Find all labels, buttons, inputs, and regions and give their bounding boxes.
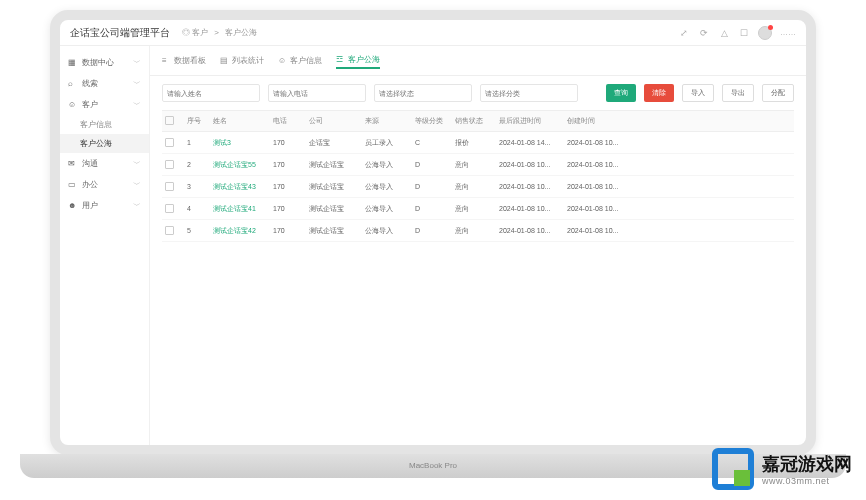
row-checkbox[interactable] <box>165 160 174 169</box>
search-button[interactable]: 查询 <box>606 84 636 102</box>
cell-name[interactable]: 测试企话宝55 <box>210 160 270 170</box>
sidebar-item-leads[interactable]: ⌕ 线索 ﹀ <box>60 73 149 94</box>
col-company: 公司 <box>306 116 362 126</box>
col-status: 销售状态 <box>452 116 496 126</box>
cell-name[interactable]: 测试企话宝41 <box>210 204 270 214</box>
select-all-checkbox[interactable] <box>165 116 174 125</box>
watermark-logo-icon <box>712 448 754 490</box>
cell-company: 测试企话宝 <box>306 160 362 170</box>
list-icon: ≡ <box>162 56 171 65</box>
cell-name[interactable]: 测试企话宝42 <box>210 226 270 236</box>
col-follow: 最后跟进时间 <box>496 116 564 126</box>
cell-phone: 170 <box>270 183 306 190</box>
notification-icon[interactable]: ☐ <box>738 27 750 39</box>
username[interactable]: …… <box>780 28 796 37</box>
tab-label: 数据看板 <box>174 55 206 66</box>
table-header: 序号 姓名 电话 公司 来源 等级分类 销售状态 最后跟进时间 创建时间 <box>162 110 794 132</box>
cell-status: 意向 <box>452 226 496 236</box>
tab-label: 客户信息 <box>290 55 322 66</box>
sidebar-label: 办公 <box>82 179 133 190</box>
chart-icon: ▤ <box>220 56 229 65</box>
cell-phone: 170 <box>270 205 306 212</box>
cell-create: 2024-01-08 10... <box>564 227 622 234</box>
cell-index: 1 <box>184 139 210 146</box>
category-select[interactable] <box>480 84 578 102</box>
tab-customer-info[interactable]: ☺客户信息 <box>278 52 322 69</box>
filter-bar: 查询 清除 导入 导出 分配 <box>150 76 806 110</box>
col-create: 创建时间 <box>564 116 622 126</box>
sidebar-label: 用户 <box>82 200 133 211</box>
table-row[interactable]: 2测试企话宝55170测试企话宝公海导入D意向2024-01-08 10...2… <box>162 154 794 176</box>
cell-status: 意向 <box>452 182 496 192</box>
row-checkbox[interactable] <box>165 182 174 191</box>
cell-index: 5 <box>184 227 210 234</box>
fullscreen-icon[interactable]: ⤢ <box>678 27 690 39</box>
logo-text: 企话宝公司端管理平台 <box>70 26 170 40</box>
cell-company: 企话宝 <box>306 138 362 148</box>
cell-follow: 2024-01-08 10... <box>496 205 564 212</box>
pool-icon: ☲ <box>336 55 345 64</box>
chevron-down-icon: ﹀ <box>133 57 141 68</box>
sidebar-label: 数据中心 <box>82 57 133 68</box>
assign-button[interactable]: 分配 <box>762 84 794 102</box>
sidebar-label: 线索 <box>82 78 133 89</box>
table-row[interactable]: 5测试企话宝42170测试企话宝公海导入D意向2024-01-08 10...2… <box>162 220 794 242</box>
name-input[interactable] <box>162 84 260 102</box>
chevron-down-icon: ﹀ <box>133 179 141 190</box>
sidebar-item-users[interactable]: ☻ 用户 ﹀ <box>60 195 149 216</box>
sidebar: ▦ 数据中心 ﹀ ⌕ 线索 ﹀ ☺ 客户 ﹀ 客户信息 客户公海 ✉ <box>60 46 150 445</box>
sidebar-sub-customer-info[interactable]: 客户信息 <box>60 115 149 134</box>
table-row[interactable]: 1测试3170企话宝员工录入C报价2024-01-08 14...2024-01… <box>162 132 794 154</box>
cell-level: D <box>412 161 452 168</box>
cell-name[interactable]: 测试企话宝43 <box>210 182 270 192</box>
breadcrumb-home[interactable]: ◎ 客户 <box>182 27 208 38</box>
watermark: 嘉冠游戏网 www.03mm.net <box>698 438 866 500</box>
user-avatar[interactable] <box>758 26 772 40</box>
lock-icon[interactable]: △ <box>718 27 730 39</box>
cell-create: 2024-01-08 10... <box>564 139 622 146</box>
cell-create: 2024-01-08 10... <box>564 183 622 190</box>
search-icon: ⌕ <box>68 79 78 89</box>
row-checkbox[interactable] <box>165 138 174 147</box>
export-button[interactable]: 导出 <box>722 84 754 102</box>
row-checkbox[interactable] <box>165 204 174 213</box>
cell-index: 3 <box>184 183 210 190</box>
watermark-title: 嘉冠游戏网 <box>762 452 852 476</box>
cell-name[interactable]: 测试3 <box>210 138 270 148</box>
status-select[interactable] <box>374 84 472 102</box>
refresh-icon[interactable]: ⟳ <box>698 27 710 39</box>
sidebar-item-customer[interactable]: ☺ 客户 ﹀ <box>60 94 149 115</box>
import-button[interactable]: 导入 <box>682 84 714 102</box>
sidebar-item-data[interactable]: ▦ 数据中心 ﹀ <box>60 52 149 73</box>
table-row[interactable]: 4测试企话宝41170测试企话宝公海导入D意向2024-01-08 10...2… <box>162 198 794 220</box>
cell-source: 公海导入 <box>362 160 412 170</box>
reset-button[interactable]: 清除 <box>644 84 674 102</box>
tab-label: 客户公海 <box>348 54 380 65</box>
sidebar-label: 客户 <box>82 99 133 110</box>
table-row[interactable]: 3测试企话宝43170测试企话宝公海导入D意向2024-01-08 10...2… <box>162 176 794 198</box>
tab-customer-pool[interactable]: ☲客户公海 <box>336 52 380 69</box>
col-phone: 电话 <box>270 116 306 126</box>
app-header: 企话宝公司端管理平台 ◎ 客户 > 客户公海 ⤢ ⟳ △ ☐ …… <box>60 20 806 46</box>
cell-source: 员工录入 <box>362 138 412 148</box>
cell-level: D <box>412 183 452 190</box>
breadcrumb: ◎ 客户 > 客户公海 <box>182 27 257 38</box>
sidebar-item-office[interactable]: ▭ 办公 ﹀ <box>60 174 149 195</box>
cell-level: C <box>412 139 452 146</box>
phone-input[interactable] <box>268 84 366 102</box>
people-icon: ☻ <box>68 201 78 211</box>
row-checkbox[interactable] <box>165 226 174 235</box>
sidebar-item-comm[interactable]: ✉ 沟通 ﹀ <box>60 153 149 174</box>
chevron-down-icon: ﹀ <box>133 200 141 211</box>
cell-company: 测试企话宝 <box>306 226 362 236</box>
customer-table: 序号 姓名 电话 公司 来源 等级分类 销售状态 最后跟进时间 创建时间 1测试… <box>150 110 806 445</box>
tab-label: 列表统计 <box>232 55 264 66</box>
sidebar-sub-customer-pool[interactable]: 客户公海 <box>60 134 149 153</box>
tab-stats[interactable]: ▤列表统计 <box>220 52 264 69</box>
cell-phone: 170 <box>270 161 306 168</box>
tab-dashboard[interactable]: ≡数据看板 <box>162 52 206 69</box>
col-level: 等级分类 <box>412 116 452 126</box>
col-index: 序号 <box>184 116 210 126</box>
cell-level: D <box>412 227 452 234</box>
cell-level: D <box>412 205 452 212</box>
